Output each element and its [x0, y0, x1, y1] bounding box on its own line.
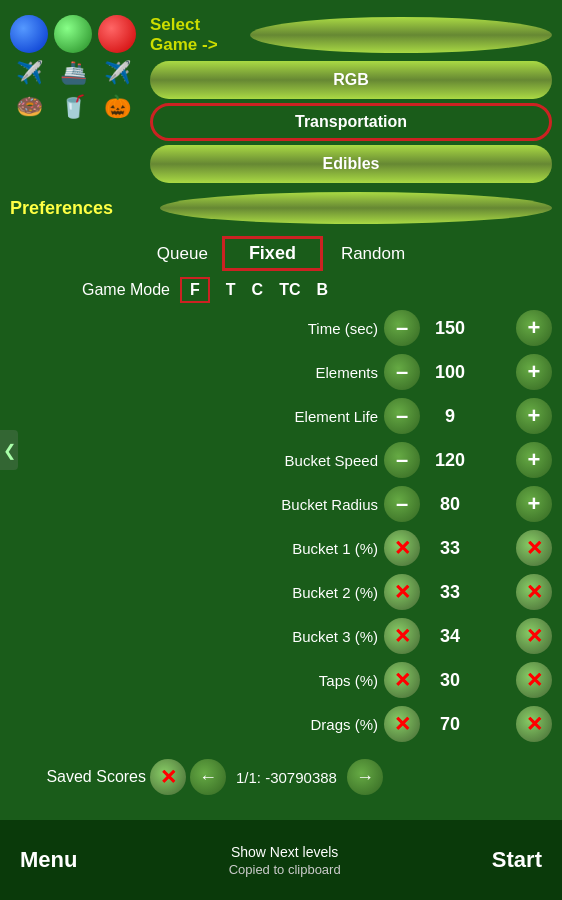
element-life-plus-btn[interactable]: + — [516, 398, 552, 434]
queue-label: Queue — [157, 244, 208, 264]
drags-minus-btn[interactable]: ✕ — [384, 706, 420, 742]
edibles-icons-row: 🍩 🥤 🎃 — [10, 93, 140, 121]
bucket2-minus-btn[interactable]: ✕ — [384, 574, 420, 610]
select-game-label: Select Game -> — [150, 15, 242, 55]
drags-value: 70 — [420, 714, 480, 735]
time-plus-btn[interactable]: + — [516, 310, 552, 346]
plane-icon[interactable]: ✈️ — [10, 59, 48, 87]
game-mode-label: Game Mode — [10, 281, 180, 299]
transport-icons-row: ✈️ 🚢 ✈️ — [10, 59, 140, 87]
elements-label: Elements — [10, 364, 384, 381]
bucket3-value: 34 — [420, 626, 480, 647]
mode-T[interactable]: T — [226, 281, 236, 299]
drags-label: Drags (%) — [10, 716, 384, 733]
chevron-left-icon: ❮ — [3, 441, 16, 460]
element-life-value: 9 — [420, 406, 480, 427]
setting-row-bucket3: Bucket 3 (%) ✕ 34 ✕ — [10, 617, 552, 655]
time-value: 150 — [420, 318, 480, 339]
random-label: Random — [341, 244, 405, 264]
saved-scores-next-btn[interactable]: → — [347, 759, 383, 795]
saved-scores-row: Saved Scores ✕ ← 1/1: -30790388 → — [0, 753, 562, 801]
bucket-radius-minus-btn[interactable]: – — [384, 486, 420, 522]
elements-minus-btn[interactable]: – — [384, 354, 420, 390]
rgb-row: RGB — [150, 61, 552, 99]
pumpkin-icon[interactable]: 🎃 — [98, 93, 136, 121]
bucket3-label: Bucket 3 (%) — [10, 628, 384, 645]
edibles-label: Edibles — [323, 155, 380, 173]
taps-label: Taps (%) — [10, 672, 384, 689]
bucket2-plus-btn[interactable]: ✕ — [516, 574, 552, 610]
setting-row-drags: Drags (%) ✕ 70 ✕ — [10, 705, 552, 743]
time-minus-btn[interactable]: – — [384, 310, 420, 346]
saved-scores-controls: ✕ ← 1/1: -30790388 → — [150, 759, 383, 795]
fixed-box[interactable]: Fixed — [222, 236, 323, 271]
red-ball[interactable] — [98, 15, 136, 53]
bucket1-minus-btn[interactable]: ✕ — [384, 530, 420, 566]
taps-minus-btn[interactable]: ✕ — [384, 662, 420, 698]
time-label: Time (sec) — [10, 320, 384, 337]
mode-TC[interactable]: TC — [279, 281, 300, 299]
setting-row-bucket-radius: Bucket Radius – 80 + — [10, 485, 552, 523]
left-icons: ✈️ 🚢 ✈️ 🍩 🥤 🎃 — [10, 15, 140, 121]
arrow-right-icon: → — [356, 767, 374, 788]
green-ball[interactable] — [54, 15, 92, 53]
airplane2-icon[interactable]: ✈️ — [98, 59, 136, 87]
top-section: ✈️ 🚢 ✈️ 🍩 🥤 🎃 Select Game -> RGB Transpo… — [0, 0, 562, 188]
bucket3-plus-btn[interactable]: ✕ — [516, 618, 552, 654]
bucket-speed-minus-btn[interactable]: – — [384, 442, 420, 478]
bucket2-label: Bucket 2 (%) — [10, 584, 384, 601]
mode-F[interactable]: F — [180, 277, 210, 303]
bucket1-plus-btn[interactable]: ✕ — [516, 530, 552, 566]
bucket1-value: 33 — [420, 538, 480, 559]
transportation-option[interactable]: Transportation — [150, 103, 552, 141]
right-panel: Select Game -> RGB Transportation Edible… — [150, 15, 552, 183]
bucket-speed-label: Bucket Speed — [10, 452, 384, 469]
bucket-speed-value: 120 — [420, 450, 480, 471]
taps-plus-btn[interactable]: ✕ — [516, 662, 552, 698]
rgb-option[interactable]: RGB — [150, 61, 552, 99]
setting-row-element-life: Element Life – 9 + — [10, 397, 552, 435]
donut-icon[interactable]: 🍩 — [10, 93, 48, 121]
drink-icon[interactable]: 🥤 — [54, 93, 92, 121]
transportation-label: Transportation — [295, 113, 407, 131]
bucket-radius-label: Bucket Radius — [10, 496, 384, 513]
elements-plus-btn[interactable]: + — [516, 354, 552, 390]
game-selector-oval[interactable] — [250, 17, 552, 53]
mode-C[interactable]: C — [252, 281, 264, 299]
score-text: 1/1: -30790388 — [236, 769, 337, 786]
bottom-bar: Menu Show Next levels Copied to clipboar… — [0, 820, 562, 900]
blue-ball[interactable] — [10, 15, 48, 53]
mode-options: F T C TC B — [180, 277, 328, 303]
menu-button[interactable]: Menu — [20, 847, 77, 873]
ball-row — [10, 15, 140, 53]
bucket-speed-plus-btn[interactable]: + — [516, 442, 552, 478]
bucket2-value: 33 — [420, 582, 480, 603]
boat-icon[interactable]: 🚢 — [54, 59, 92, 87]
settings-area: Time (sec) – 150 + Elements – 100 + Elem… — [0, 305, 562, 753]
game-mode-row: Game Mode F T C TC B — [0, 275, 562, 305]
saved-scores-delete-btn[interactable]: ✕ — [150, 759, 186, 795]
drags-plus-btn[interactable]: ✕ — [516, 706, 552, 742]
taps-value: 30 — [420, 670, 480, 691]
bucket-radius-value: 80 — [420, 494, 480, 515]
saved-scores-label: Saved Scores — [10, 768, 150, 786]
preferences-oval[interactable] — [160, 192, 552, 224]
bucket3-minus-btn[interactable]: ✕ — [384, 618, 420, 654]
setting-row-bucket-speed: Bucket Speed – 120 + — [10, 441, 552, 479]
element-life-minus-btn[interactable]: – — [384, 398, 420, 434]
setting-row-time: Time (sec) – 150 + — [10, 309, 552, 347]
preferences-label: Preferences — [10, 198, 160, 219]
queue-section: Queue Fixed Random — [0, 228, 562, 275]
clipboard-message: Copied to clipboard — [229, 862, 341, 877]
edibles-option[interactable]: Edibles — [150, 145, 552, 183]
bucket-radius-plus-btn[interactable]: + — [516, 486, 552, 522]
element-life-label: Element Life — [10, 408, 384, 425]
elements-value: 100 — [420, 362, 480, 383]
mode-B[interactable]: B — [316, 281, 328, 299]
arrow-left-icon: ← — [199, 767, 217, 788]
preferences-row: Preferences — [0, 188, 562, 228]
start-button[interactable]: Start — [492, 847, 542, 873]
side-arrow[interactable]: ❮ — [0, 430, 18, 470]
saved-scores-prev-btn[interactable]: ← — [190, 759, 226, 795]
show-next-label: Show Next levels — [231, 844, 338, 860]
